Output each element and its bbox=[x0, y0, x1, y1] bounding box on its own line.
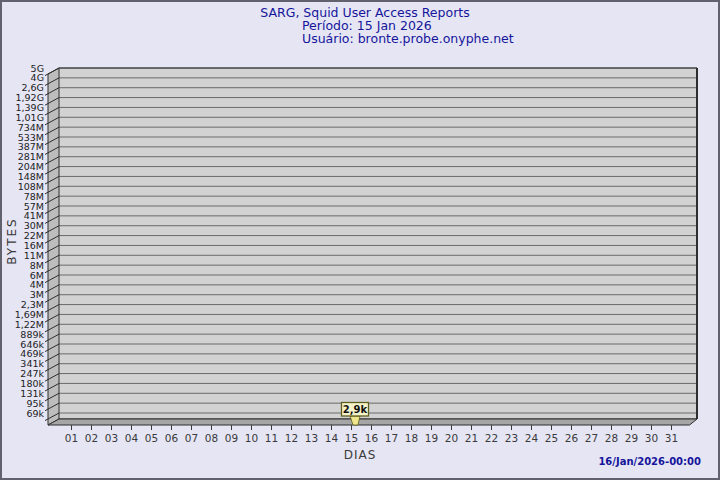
x-tick-label: 15 bbox=[345, 432, 358, 444]
x-tick-label: 05 bbox=[145, 432, 158, 444]
x-tick-label: 14 bbox=[325, 432, 339, 444]
value-callout-label: 2,9k bbox=[343, 404, 368, 415]
x-tick-label: 25 bbox=[545, 432, 558, 444]
x-tick-label: 30 bbox=[645, 432, 658, 444]
x-tick-label: 19 bbox=[425, 432, 438, 444]
x-tick-label: 11 bbox=[265, 432, 278, 444]
x-tick-label: 26 bbox=[565, 432, 579, 444]
x-tick-label: 21 bbox=[465, 432, 478, 444]
bytes-per-day-bar-chart: 5G4G2,6G1,92G1,39G1,01G734M533M387M281M2… bbox=[2, 2, 720, 480]
x-tick-label: 01 bbox=[65, 432, 78, 444]
x-tick-label: 31 bbox=[665, 432, 678, 444]
x-tick-label: 18 bbox=[405, 432, 418, 444]
x-axis-floor bbox=[48, 419, 697, 425]
x-tick-label: 06 bbox=[165, 432, 179, 444]
generated-timestamp: 16/Jan/2026-00:00 bbox=[598, 456, 701, 467]
x-tick-label: 29 bbox=[625, 432, 638, 444]
x-tick-label: 16 bbox=[365, 432, 379, 444]
x-tick-label: 22 bbox=[485, 432, 498, 444]
x-tick-label: 08 bbox=[205, 432, 218, 444]
x-axis-title: DIAS bbox=[344, 448, 377, 462]
plot-area bbox=[59, 68, 697, 419]
x-tick-label: 24 bbox=[525, 432, 539, 444]
y-axis-title: BYTES bbox=[5, 211, 19, 271]
x-tick-label: 03 bbox=[105, 432, 118, 444]
x-tick-label: 27 bbox=[585, 432, 598, 444]
x-tick-label: 04 bbox=[125, 432, 139, 444]
x-tick-label: 20 bbox=[445, 432, 458, 444]
x-tick-label: 13 bbox=[305, 432, 318, 444]
x-tick-label: 12 bbox=[285, 432, 298, 444]
x-tick-label: 10 bbox=[245, 432, 258, 444]
x-tick-label: 09 bbox=[225, 432, 238, 444]
x-tick-label: 28 bbox=[605, 432, 618, 444]
x-tick-label: 02 bbox=[85, 432, 98, 444]
sarg-report-page: SARG, Squid User Access Reports Período:… bbox=[0, 0, 720, 480]
x-tick-label: 07 bbox=[185, 432, 198, 444]
y-tick-label: 69k bbox=[26, 408, 44, 419]
x-tick-label: 17 bbox=[385, 432, 398, 444]
x-tick-label: 23 bbox=[505, 432, 518, 444]
